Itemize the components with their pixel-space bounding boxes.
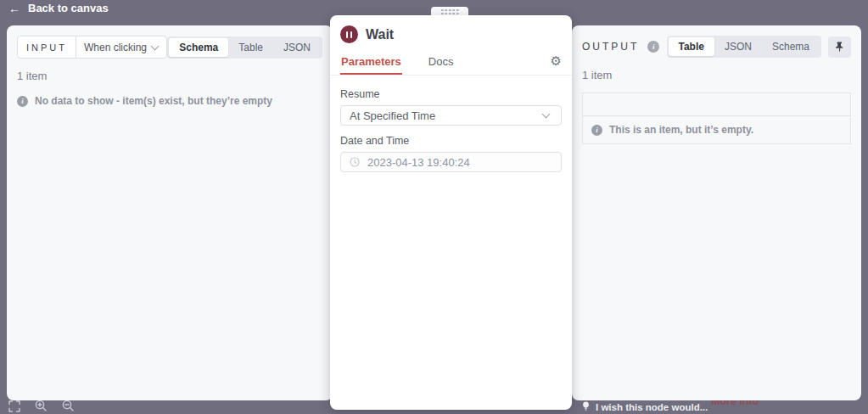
tab-parameters[interactable]: Parameters xyxy=(340,51,402,75)
input-panel-header: INPUT When clicking “Execute Workflo. Sc… xyxy=(7,25,333,59)
clock-icon xyxy=(350,157,360,167)
output-info-icon[interactable]: i xyxy=(647,41,659,53)
node-feedback-button[interactable]: I wish this node would... xyxy=(582,401,708,412)
canvas-zoom-controls xyxy=(8,400,75,412)
modal-body: Resume At Specified Time Date and Time 2… xyxy=(330,76,572,172)
info-icon: i xyxy=(591,125,602,136)
output-tab-json[interactable]: JSON xyxy=(714,37,762,56)
datetime-value: 2023-04-13 19:40:24 xyxy=(367,156,470,169)
input-tab-json[interactable]: JSON xyxy=(273,38,321,57)
output-header-right: Table JSON Schema xyxy=(667,36,852,58)
node-settings-gear-button[interactable]: ⚙ xyxy=(551,54,562,72)
datetime-field: Date and Time 2023-04-13 19:40:24 xyxy=(340,135,562,172)
zoom-in-button[interactable] xyxy=(35,400,48,412)
gear-icon: ⚙ xyxy=(551,53,562,68)
back-to-canvas-button[interactable]: ← Back to canvas xyxy=(8,1,109,15)
chevron-down-icon xyxy=(542,110,551,119)
modal-tabs: Parameters Docs ⚙ xyxy=(330,51,572,76)
node-feedback-label: I wish this node would... xyxy=(596,402,708,412)
modal-header: Wait xyxy=(330,15,572,43)
input-tab-table[interactable]: Table xyxy=(228,38,273,57)
zoom-to-fit-button[interactable] xyxy=(8,400,20,412)
node-title: Wait xyxy=(366,27,394,42)
back-arrow-icon: ← xyxy=(8,3,20,14)
output-empty-item-message: This is an item, but it’s empty. xyxy=(609,124,753,136)
output-tab-table[interactable]: Table xyxy=(669,37,714,56)
output-panel-title: OUTPUT xyxy=(582,41,639,53)
input-panel-title: INPUT xyxy=(18,36,76,58)
resume-select-value: At Specified Time xyxy=(350,109,435,122)
resume-select[interactable]: At Specified Time xyxy=(340,105,562,126)
datetime-input[interactable]: 2023-04-13 19:40:24 xyxy=(340,152,562,172)
back-to-canvas-label: Back to canvas xyxy=(28,2,109,14)
pushpin-icon xyxy=(835,42,844,52)
node-settings-modal: Wait Parameters Docs ⚙ Resume At Specifi… xyxy=(330,15,572,410)
tab-docs[interactable]: Docs xyxy=(428,51,455,75)
output-table-header-row xyxy=(583,93,850,116)
zoom-out-button[interactable] xyxy=(62,400,75,412)
output-title-group: OUTPUT i xyxy=(582,41,659,53)
output-panel: OUTPUT i Table JSON Schema 1 item i This… xyxy=(572,25,861,400)
chevron-down-icon xyxy=(151,42,160,50)
resume-field: Resume At Specified Time xyxy=(340,88,562,126)
input-view-tabs: Schema Table JSON xyxy=(167,36,322,59)
input-empty-message: No data to show - item(s) exist, but the… xyxy=(35,95,272,107)
lightbulb-icon xyxy=(582,401,590,412)
wait-node-pause-icon xyxy=(340,25,358,43)
input-panel: INPUT When clicking “Execute Workflo. Sc… xyxy=(7,25,333,400)
input-tab-schema[interactable]: Schema xyxy=(169,38,228,57)
input-source-dropdown[interactable]: INPUT When clicking “Execute Workflo. xyxy=(17,36,167,59)
pin-data-button[interactable] xyxy=(828,36,851,58)
output-view-tabs: Table JSON Schema xyxy=(667,36,822,58)
info-icon: i xyxy=(17,96,28,107)
output-tab-schema[interactable]: Schema xyxy=(762,37,820,56)
resume-label: Resume xyxy=(340,88,562,100)
datetime-label: Date and Time xyxy=(340,135,562,147)
input-items-count: 1 item xyxy=(17,70,322,82)
input-empty-hint: i No data to show - item(s) exist, but t… xyxy=(17,95,322,107)
output-panel-header: OUTPUT i Table JSON Schema xyxy=(572,25,861,58)
output-table: i This is an item, but it’s empty. xyxy=(582,92,851,144)
input-source-value: When clicking “Execute Workflo. xyxy=(76,36,148,58)
output-empty-item-row: i This is an item, but it’s empty. xyxy=(583,116,850,143)
output-items-count: 1 item xyxy=(582,69,851,81)
drag-dots-icon xyxy=(440,8,459,14)
